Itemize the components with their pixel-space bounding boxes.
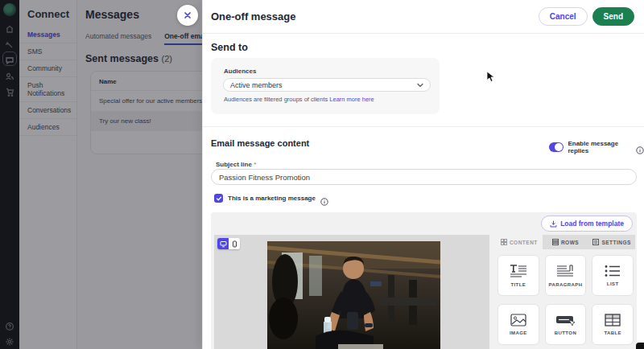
mouse-cursor — [486, 71, 495, 86]
desktop-view-button[interactable] — [217, 238, 229, 249]
one-off-message-drawer: One-off message Cancel Send Send to Audi… — [202, 0, 644, 349]
button-icon — [555, 314, 575, 326]
block-paragraph[interactable]: PARAGRAPH — [545, 255, 587, 296]
tab-content[interactable]: CONTENT — [496, 235, 543, 249]
tile-label: LIST — [607, 281, 619, 286]
info-icon[interactable] — [320, 195, 328, 203]
learn-more-link[interactable]: Learn more here — [329, 96, 374, 103]
subject-label-text: Subject line — [216, 161, 252, 168]
device-toggle — [217, 238, 240, 249]
email-content-heading: Email message content — [211, 138, 309, 148]
marketing-checkbox-row: This is a marketing message — [214, 194, 328, 203]
send-button[interactable]: Send — [592, 7, 634, 26]
toggle-knob — [555, 143, 563, 151]
tile-label: BUTTON — [555, 331, 576, 335]
mobile-icon — [231, 240, 238, 248]
audience-select[interactable]: Active members — [223, 78, 431, 92]
subject-line-label: Subject line * — [216, 161, 256, 168]
chat-widget-corner[interactable] — [636, 343, 644, 349]
audience-helper-text: Audiences are filtered groups of clients… — [224, 96, 374, 103]
tab-rows-label: ROWS — [561, 240, 579, 245]
tab-settings[interactable]: SETTINGS — [588, 235, 635, 249]
block-list[interactable]: LIST — [592, 255, 634, 296]
paragraph-icon — [556, 265, 574, 278]
desktop-icon — [220, 240, 227, 248]
mobile-view-button[interactable] — [229, 238, 240, 249]
email-builder: Load from template — [211, 212, 637, 349]
block-table[interactable]: TABLE — [592, 304, 634, 345]
audience-card: Audiences Active members Audiences are f… — [211, 58, 440, 114]
tile-label: PARAGRAPH — [549, 282, 583, 287]
replies-toggle-row: Enable message replies — [549, 140, 644, 154]
drawer-title: One-off message — [211, 10, 295, 23]
send-to-heading: Send to — [211, 42, 248, 53]
block-button[interactable]: BUTTON — [545, 304, 587, 345]
block-image[interactable]: IMAGE — [497, 304, 539, 345]
enable-replies-toggle[interactable] — [549, 142, 564, 152]
content-blocks-grid: TITLE PARAGRAPH LIST — [496, 249, 635, 345]
subject-line-input[interactable] — [211, 169, 637, 185]
builder-side-panel: CONTENT ROWS SETTINGS TITLE — [496, 235, 635, 349]
required-marker: * — [254, 161, 256, 168]
audience-selected-value: Active members — [230, 81, 283, 89]
settings-sliders-icon — [592, 239, 599, 245]
tab-rows[interactable]: ROWS — [543, 235, 589, 249]
table-icon — [605, 314, 621, 326]
builder-tabs: CONTENT ROWS SETTINGS — [496, 235, 635, 249]
load-from-template-label: Load from template — [560, 220, 624, 228]
close-drawer-button[interactable] — [177, 5, 198, 26]
email-preview-canvas[interactable] — [214, 235, 489, 349]
audiences-label: Audiences — [224, 68, 256, 75]
list-icon — [605, 265, 621, 277]
marketing-checkbox[interactable] — [214, 194, 223, 203]
tile-label: TABLE — [604, 331, 621, 335]
image-icon — [510, 314, 526, 326]
chevron-down-icon — [417, 81, 423, 89]
content-grid-icon — [501, 239, 507, 245]
check-icon — [216, 195, 222, 202]
marketing-checkbox-label: This is a marketing message — [228, 195, 316, 202]
block-title[interactable]: TITLE — [497, 255, 539, 296]
rows-icon — [552, 239, 559, 245]
load-from-template-button[interactable]: Load from template — [541, 216, 633, 232]
tab-settings-label: SETTINGS — [601, 240, 631, 245]
email-hero-photo — [267, 241, 440, 349]
title-icon — [510, 265, 527, 278]
cancel-button[interactable]: Cancel — [539, 7, 588, 26]
replies-toggle-label: Enable message replies — [568, 140, 632, 154]
close-icon — [184, 8, 192, 23]
section-divider — [203, 126, 644, 127]
tile-label: IMAGE — [510, 331, 527, 335]
tile-label: TITLE — [510, 282, 526, 287]
import-icon — [550, 220, 557, 228]
helper-text: Audiences are filtered groups of clients — [224, 96, 328, 103]
modal-dim-overlay[interactable] — [0, 0, 202, 349]
tab-content-label: CONTENT — [510, 240, 538, 245]
info-icon[interactable] — [636, 143, 644, 151]
drawer-header: One-off message Cancel Send — [203, 0, 644, 34]
